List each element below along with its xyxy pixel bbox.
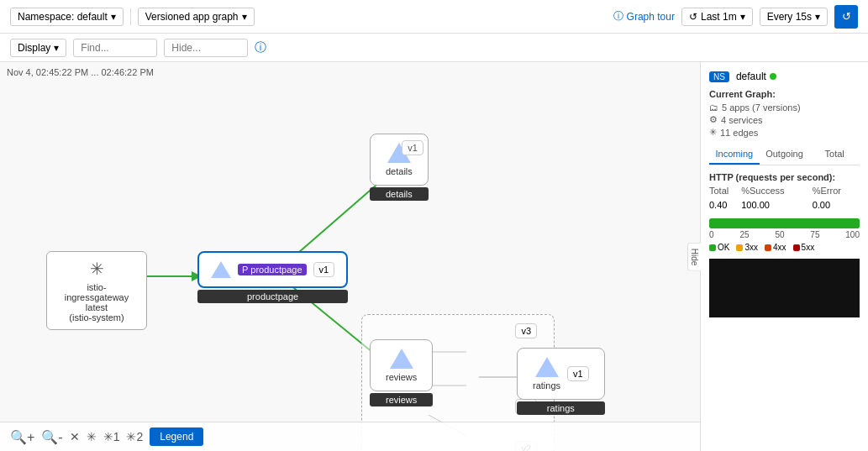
productpage-name: productpage	[250, 265, 302, 275]
graph-type-arrow: ▾	[242, 11, 247, 23]
timestamp: Nov 4, 02:45:22 PM ... 02:46:22 PM	[7, 67, 154, 77]
display-arrow: ▾	[54, 42, 59, 54]
tab-total[interactable]: Total	[809, 144, 860, 165]
time-arrow: ▾	[740, 11, 745, 23]
refresh-button[interactable]: ↺	[834, 5, 858, 29]
reviews-tag: reviews	[370, 393, 433, 406]
legend-ok: OK	[709, 243, 729, 252]
progress-bar-bg	[709, 218, 860, 228]
http-table: Total %Success %Error 0.40 100.00 0.00	[709, 186, 860, 212]
progress-area: 0 25 50 75 100 OK 3xx 4	[709, 218, 860, 252]
val-success: 100.00	[741, 198, 812, 212]
interval-select[interactable]: Every 15s ▾	[760, 8, 828, 26]
apps-stat: 🗂 5 apps (7 versions)	[709, 102, 860, 113]
refresh-icon: ↺	[842, 10, 851, 23]
display-select[interactable]: Display ▾	[10, 39, 66, 57]
layout-icon[interactable]: ✳	[87, 430, 97, 443]
interval-label: Every 15s	[767, 11, 812, 23]
layout2-icon[interactable]: ✳2	[126, 430, 143, 443]
col-error: %Error	[813, 186, 860, 198]
panel-ns-row: NS default	[709, 71, 860, 82]
val-error: 0.00	[813, 198, 860, 212]
side-panel: Hide NS default Current Graph: 🗂 5 apps …	[700, 62, 868, 451]
toolbar: Display ▾ ⓘ	[0, 34, 868, 62]
details-version: v1	[402, 140, 423, 155]
apps-icon: 🗂	[709, 102, 718, 113]
legend-button[interactable]: Legend	[150, 427, 203, 446]
edges-stat-value: 11 edges	[720, 128, 758, 138]
legend-4xx: 4xx	[765, 243, 786, 252]
zoom-in-button[interactable]: 🔍+	[10, 429, 34, 445]
graph-type-select[interactable]: Versioned app graph ▾	[138, 8, 255, 26]
hide-input[interactable]	[164, 39, 248, 57]
header-separator	[130, 8, 131, 25]
label-75: 75	[810, 230, 819, 239]
productpage-node[interactable]: P productpage v1 productpage	[197, 251, 348, 303]
edges-stat: ✳ 11 edges	[709, 127, 860, 138]
layout1-icon[interactable]: ✳1	[103, 430, 120, 443]
productpage-icon: P	[242, 265, 248, 275]
legend-3xx: 3xx	[736, 243, 758, 252]
graph-area[interactable]: Nov 4, 02:45:22 PM ... 02:46:22 PM ✳	[0, 62, 700, 451]
ratings-node[interactable]: ratings v1 ratings	[517, 348, 605, 415]
gateway-icon: ✳	[90, 260, 104, 278]
namespace-label: Namespace: default	[18, 11, 108, 23]
current-graph-title: Current Graph:	[709, 89, 860, 99]
col-success: %Success	[741, 186, 812, 198]
5xx-dot	[793, 244, 800, 251]
tab-incoming[interactable]: Incoming	[709, 144, 760, 165]
label-50: 50	[775, 230, 784, 239]
chart-legend: OK 3xx 4xx 5xx	[709, 243, 860, 252]
time-range-select[interactable]: ↺ Last 1m ▾	[681, 8, 753, 26]
graph-tour-link[interactable]: ⓘ Graph tour	[613, 9, 675, 24]
ratings-name: ratings	[533, 380, 560, 391]
toolbar-info-icon[interactable]: ⓘ	[255, 40, 266, 55]
display-label: Display	[18, 42, 50, 54]
ratings-version: v1	[567, 366, 589, 381]
services-stat: ⚙ 4 services	[709, 114, 860, 125]
3xx-dot	[736, 244, 743, 251]
hide-panel-tab[interactable]: Hide	[687, 242, 701, 271]
current-graph-section: Current Graph: 🗂 5 apps (7 versions) ⚙ 4…	[709, 89, 860, 138]
gateway-node[interactable]: ✳ istio-ingressgatewaylatest(istio-syste…	[46, 251, 147, 330]
services-icon: ⚙	[709, 114, 718, 125]
ns-name: default	[736, 71, 766, 82]
http-title: HTTP (requests per second):	[709, 172, 860, 182]
namespace-arrow: ▾	[111, 11, 116, 23]
tab-outgoing[interactable]: Outgoing	[760, 144, 810, 165]
reviews-node[interactable]: reviews reviews	[370, 339, 433, 406]
services-stat-value: 4 services	[721, 115, 763, 125]
legend-5xx: 5xx	[793, 243, 815, 252]
main-area: Nov 4, 02:45:22 PM ... 02:46:22 PM ✳	[0, 62, 868, 451]
4xx-dot	[765, 244, 771, 251]
ns-badge: NS	[709, 71, 729, 82]
namespace-select[interactable]: Namespace: default ▾	[10, 8, 124, 26]
col-total: Total	[709, 186, 741, 198]
time-label: Last 1m	[701, 11, 737, 23]
zoom-out-icon: 🔍-	[41, 430, 62, 444]
progress-labels: 0 25 50 75 100	[709, 230, 860, 239]
productpage-tag: productpage	[197, 290, 348, 303]
reviews-name: reviews	[386, 372, 417, 382]
gateway-label: istio-ingressgatewaylatest(istio-system)	[55, 282, 138, 323]
details-node[interactable]: details v1 details	[370, 134, 429, 201]
find-input[interactable]	[73, 39, 157, 57]
label-0: 0	[709, 230, 714, 239]
graph-tour-label: Graph tour	[627, 11, 675, 23]
graph-type-label: Versioned app graph	[145, 11, 239, 23]
reset-icon[interactable]: ✕	[70, 430, 80, 443]
http-section: HTTP (requests per second): Total %Succe…	[709, 172, 860, 252]
label-100: 100	[845, 230, 860, 239]
val-total: 0.40	[709, 198, 741, 212]
time-icon: ↺	[689, 11, 697, 23]
bottom-toolbar: 🔍+ 🔍- ✕ ✳ ✳1 ✳2 Legend	[0, 422, 700, 451]
details-tag: details	[370, 187, 429, 201]
details-name: details	[386, 166, 413, 176]
label-25: 25	[739, 230, 749, 239]
panel-tabs: Incoming Outgoing Total	[709, 144, 860, 165]
panel-black-box	[709, 259, 860, 317]
zoom-out-button[interactable]: 🔍-	[41, 429, 62, 445]
apps-stat-value: 5 apps (7 versions)	[722, 102, 801, 113]
http-data-row: 0.40 100.00 0.00	[709, 198, 860, 212]
panel-content: NS default Current Graph: 🗂 5 apps (7 ve…	[701, 62, 868, 451]
